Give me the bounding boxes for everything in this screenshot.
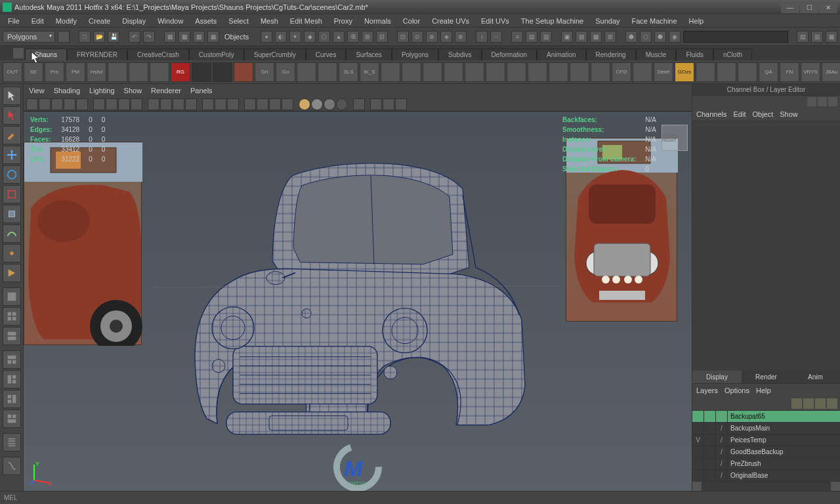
shelf-btn-delet[interactable]: Delet	[654, 62, 673, 82]
shelf-btn-slot9[interactable]	[192, 62, 211, 82]
menu-edit-mesh[interactable]: Edit Mesh	[285, 16, 327, 26]
shelf-btn-slot10[interactable]	[213, 62, 232, 82]
tool-toggle-icon[interactable]: ▥	[811, 31, 823, 43]
rotate-tool[interactable]	[3, 165, 21, 184]
shelf-btn-slot6[interactable]	[129, 62, 148, 82]
shelf-btn-slot23[interactable]	[486, 62, 505, 82]
vp-ico-1[interactable]	[26, 98, 38, 110]
shelf-btn-sls[interactable]: SLS	[339, 62, 358, 82]
shelf-tab-polygons[interactable]: Polygons	[392, 49, 438, 60]
shelf-btn-ik_s[interactable]: IK_S	[360, 62, 379, 82]
menu-face-machine[interactable]: Face Machine	[627, 16, 682, 26]
layer-row-peicestemp[interactable]: V/PeicesTemp	[692, 434, 840, 446]
sel-icon-3[interactable]: ▦	[193, 31, 205, 43]
lasso-tool[interactable]	[3, 106, 21, 125]
vp-ico-15[interactable]	[215, 98, 226, 110]
menu-create-uvs[interactable]: Create UVs	[427, 16, 474, 26]
hist-icon-1[interactable]: ≡	[511, 31, 523, 43]
ae-toggle-icon[interactable]: ▤	[797, 31, 808, 43]
mask-icon-2[interactable]: ◐	[275, 31, 287, 43]
menu-help[interactable]: Help	[684, 16, 709, 26]
shelf-btn-qa[interactable]: QA	[759, 62, 778, 82]
mask-icon-7[interactable]: ⦿	[347, 31, 359, 43]
channel-menu-show[interactable]: Show	[780, 110, 798, 118]
layer-menu-options[interactable]: Options	[724, 387, 749, 394]
render-icon-1[interactable]: ▣	[561, 31, 573, 43]
mode-dropdown[interactable]: Polygons	[3, 31, 55, 43]
menu-edit-uvs[interactable]: Edit UVs	[476, 16, 514, 26]
shelf-btn-slot18[interactable]	[381, 62, 400, 82]
shelf-btn-slot20[interactable]	[423, 62, 442, 82]
layer-row-goodbasebackup[interactable]: /GoodBaseBackup	[692, 446, 840, 458]
render-icon-4[interactable]: ⊞	[604, 31, 616, 43]
menu-edit[interactable]: Edit	[26, 16, 49, 26]
snap-icon-4[interactable]: ◈	[440, 31, 452, 43]
snap-icon-5[interactable]: ⊗	[455, 31, 467, 43]
shelf-btn-slot35[interactable]	[738, 62, 757, 82]
shelf-tab-fluids[interactable]: Fluids	[676, 49, 713, 60]
sel-icon-1[interactable]: ▦	[164, 31, 176, 43]
shelf-tab-ncloth[interactable]: nCloth	[713, 49, 752, 60]
vp-light-1[interactable]	[299, 98, 310, 110]
menu-the-setup-machine[interactable]: The Setup Machine	[516, 16, 589, 26]
menu-sunday[interactable]: Sunday	[590, 16, 625, 26]
shelf-btn-hshd[interactable]: Hshd	[87, 62, 106, 82]
vp-ico-13[interactable]	[185, 98, 197, 110]
layout-3b-icon[interactable]	[3, 370, 21, 388]
shelf-btn-slot22[interactable]	[465, 62, 484, 82]
vp-ico-2[interactable]	[39, 98, 51, 110]
shelf-btn-slot15[interactable]	[318, 62, 337, 82]
layout-3a-icon[interactable]	[3, 350, 21, 369]
layer-tab-anim[interactable]: Anim	[791, 371, 840, 383]
shelf-tab-animation[interactable]: Animation	[537, 49, 585, 60]
layer-row-prezbrush[interactable]: /PreZbrush	[692, 458, 840, 470]
layout-single-icon[interactable]	[3, 287, 21, 306]
move-tool[interactable]	[3, 146, 21, 164]
shelf-tab-deformation[interactable]: Deformation	[482, 49, 537, 60]
outliner-icon[interactable]	[3, 433, 21, 452]
layer-tab-render[interactable]: Render	[742, 371, 791, 383]
channel-menu-channels[interactable]: Channels	[696, 110, 726, 118]
mask-icon-9[interactable]: ⊟	[376, 31, 388, 43]
menu-color[interactable]: Color	[398, 16, 425, 26]
op-icon-2[interactable]: ↔	[490, 31, 502, 43]
render-icon-2[interactable]: ▨	[576, 31, 587, 43]
op-icon-1[interactable]: ↕	[476, 31, 488, 43]
layer-row-originalbase[interactable]: /OriginalBase	[692, 470, 840, 482]
paint-tool[interactable]	[3, 126, 21, 144]
sel-icon-4[interactable]: ▦	[207, 31, 219, 43]
layout-3d-icon[interactable]	[3, 410, 21, 428]
vp-ico-23[interactable]	[383, 98, 394, 110]
shelf-tab-creativecrash[interactable]: CreativeCrash	[127, 49, 189, 60]
shelf-btn-slot25[interactable]	[528, 62, 547, 82]
vp-menu-renderer[interactable]: Renderer	[151, 87, 181, 94]
layer-menu-help[interactable]: Help	[756, 387, 771, 394]
menu-assets[interactable]: Assets	[190, 16, 222, 26]
layer-icon-1[interactable]	[791, 398, 802, 409]
menu-normals[interactable]: Normals	[359, 16, 396, 26]
vp-light-4[interactable]	[336, 98, 348, 110]
mask-icon-4[interactable]: ◆	[304, 31, 316, 43]
vp-ico-11[interactable]	[160, 98, 172, 110]
vp-ico-4[interactable]	[64, 98, 75, 110]
vp-ico-9[interactable]	[131, 98, 142, 110]
vp-menu-lighting[interactable]: Lighting	[89, 87, 115, 94]
menu-create[interactable]: Create	[83, 16, 116, 26]
last-tool[interactable]	[3, 264, 21, 282]
file-open-icon[interactable]: 📂	[93, 31, 105, 43]
shelf-btn-pm[interactable]: PM	[66, 62, 85, 82]
vp-menu-show[interactable]: Show	[124, 87, 142, 94]
cb-icon-2[interactable]	[818, 97, 827, 106]
cb-icon-3[interactable]	[828, 97, 837, 106]
soft-mod-tool[interactable]	[3, 224, 21, 243]
vp-ico-8[interactable]	[118, 98, 130, 110]
render-btn-2[interactable]: ⬡	[640, 31, 652, 43]
shelf-btn-cpd[interactable]: CPD	[612, 62, 631, 82]
shelf-tab-surfaces[interactable]: Surfaces	[346, 49, 391, 60]
shelf-btn-rg[interactable]: RG	[171, 62, 190, 82]
render-btn-4[interactable]: ◉	[669, 31, 681, 43]
shelf-btn-slot14[interactable]	[297, 62, 316, 82]
vp-ico-17[interactable]	[244, 98, 256, 110]
vp-ico-22[interactable]	[370, 98, 382, 110]
layout-four-icon[interactable]	[3, 307, 21, 326]
